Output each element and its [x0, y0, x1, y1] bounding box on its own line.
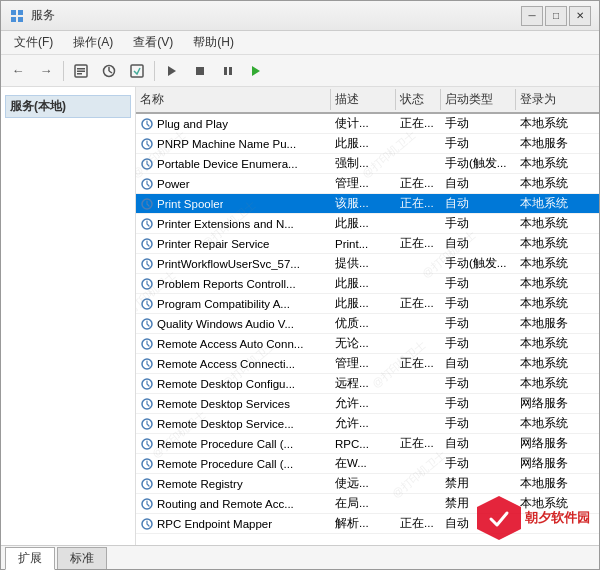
toolbar-restart-button[interactable]	[243, 58, 269, 84]
toolbar-btn-4[interactable]	[124, 58, 150, 84]
service-desc-cell: 管理...	[331, 175, 396, 192]
close-button[interactable]: ✕	[569, 6, 591, 26]
table-row[interactable]: Routing and Remote Acc...在局...禁用本地系统	[136, 494, 599, 514]
svg-rect-13	[196, 67, 204, 75]
service-startup-cell: 手动	[441, 295, 516, 312]
tab-扩展[interactable]: 扩展	[5, 547, 55, 570]
service-status-cell	[396, 483, 441, 485]
service-icon	[140, 417, 154, 431]
table-row[interactable]: Remote Desktop Services允许...手动网络服务	[136, 394, 599, 414]
service-desc-cell: 此服...	[331, 135, 396, 152]
service-name-cell: Power	[136, 176, 331, 192]
table-row[interactable]: Quality Windows Audio V...优质...手动本地服务	[136, 314, 599, 334]
table-row[interactable]: Plug and Play使计...正在...手动本地系统	[136, 114, 599, 134]
table-row[interactable]: Print Spooler该服...正在...自动本地系统	[136, 194, 599, 214]
svg-rect-1	[18, 10, 23, 15]
menu-item-v[interactable]: 查看(V)	[124, 31, 182, 54]
col-header-status[interactable]: 状态	[396, 89, 441, 110]
table-row[interactable]: Remote Procedure Call (...在W...手动网络服务	[136, 454, 599, 474]
service-name-label: RPC Endpoint Mapper	[157, 518, 272, 530]
service-icon	[140, 177, 154, 191]
svg-rect-7	[77, 73, 82, 75]
menu-item-f[interactable]: 文件(F)	[5, 31, 62, 54]
service-startup-cell: 自动	[441, 435, 516, 452]
maximize-button[interactable]: □	[545, 6, 567, 26]
service-desc-cell: 此服...	[331, 295, 396, 312]
toolbar-stop-button[interactable]	[187, 58, 213, 84]
table-row[interactable]: Remote Desktop Configu...远程...手动本地系统	[136, 374, 599, 394]
svg-rect-2	[11, 17, 16, 22]
service-name-label: Remote Access Auto Conn...	[157, 338, 303, 350]
service-status-cell	[396, 503, 441, 505]
table-row[interactable]: Power管理...正在...自动本地系统	[136, 174, 599, 194]
table-row[interactable]: Problem Reports Controll...此服...手动本地系统	[136, 274, 599, 294]
left-panel-title: 服务(本地)	[5, 95, 131, 118]
forward-button[interactable]: →	[33, 58, 59, 84]
service-desc-cell: 在W...	[331, 455, 396, 472]
service-name-cell: PrintWorkflowUserSvc_57...	[136, 256, 331, 272]
service-name-cell: Remote Procedure Call (...	[136, 436, 331, 452]
service-login-cell: 网络服务	[516, 395, 596, 412]
service-name-label: Routing and Remote Acc...	[157, 498, 294, 510]
menu-item-a[interactable]: 操作(A)	[64, 31, 122, 54]
table-row[interactable]: Portable Device Enumera...强制...手动(触发...本…	[136, 154, 599, 174]
menu-item-h[interactable]: 帮助(H)	[184, 31, 243, 54]
table-row[interactable]: PrintWorkflowUserSvc_57...提供...手动(触发...本…	[136, 254, 599, 274]
table-row[interactable]: Printer Extensions and N...此服...手动本地系统	[136, 214, 599, 234]
service-status-cell: 正在...	[396, 355, 441, 372]
service-icon	[140, 517, 154, 531]
service-startup-cell: 自动	[441, 355, 516, 372]
service-name-cell: Remote Access Connecti...	[136, 356, 331, 372]
table-row[interactable]: Printer Repair ServicePrint...正在...自动本地系…	[136, 234, 599, 254]
service-login-cell: 本地系统	[516, 295, 596, 312]
service-startup-cell: 自动	[441, 175, 516, 192]
col-header-name[interactable]: 名称	[136, 89, 331, 110]
toolbar-btn-3[interactable]	[96, 58, 122, 84]
table-row[interactable]: Remote Access Auto Conn...无论...手动本地系统	[136, 334, 599, 354]
table-row[interactable]: RPC Endpoint Mapper解析...正在...自动	[136, 514, 599, 534]
service-desc-cell: 优质...	[331, 315, 396, 332]
service-name-cell: Remote Registry	[136, 476, 331, 492]
service-icon	[140, 197, 154, 211]
col-header-desc[interactable]: 描述	[331, 89, 396, 110]
bottom-tabs: 扩展标准	[1, 545, 599, 569]
svg-rect-3	[18, 17, 23, 22]
table-row[interactable]: Remote Procedure Call (...RPC...正在...自动网…	[136, 434, 599, 454]
service-status-cell: 正在...	[396, 295, 441, 312]
service-name-label: Printer Repair Service	[157, 238, 269, 250]
col-header-login[interactable]: 登录为	[516, 89, 596, 110]
service-status-cell	[396, 263, 441, 265]
table-row[interactable]: Remote Registry使远...禁用本地服务	[136, 474, 599, 494]
table-body[interactable]: Plug and Play使计...正在...手动本地系统PNRP Machin…	[136, 114, 599, 545]
service-login-cell: 本地服务	[516, 475, 596, 492]
col-header-startup[interactable]: 启动类型	[441, 89, 516, 110]
table-header: 名称 描述 状态 启动类型 登录为	[136, 87, 599, 114]
service-name-cell: Remote Desktop Services	[136, 396, 331, 412]
service-login-cell	[516, 523, 596, 525]
minimize-button[interactable]: ─	[521, 6, 543, 26]
service-status-cell	[396, 343, 441, 345]
service-startup-cell: 自动	[441, 195, 516, 212]
service-desc-cell: 此服...	[331, 275, 396, 292]
toolbar-play-button[interactable]	[159, 58, 185, 84]
toolbar-pause-button[interactable]	[215, 58, 241, 84]
back-button[interactable]: ←	[5, 58, 31, 84]
service-status-cell	[396, 283, 441, 285]
service-startup-cell: 手动	[441, 395, 516, 412]
service-name-cell: Remote Desktop Configu...	[136, 376, 331, 392]
table-row[interactable]: Remote Access Connecti...管理...正在...自动本地系…	[136, 354, 599, 374]
service-login-cell: 本地系统	[516, 415, 596, 432]
table-row[interactable]: Remote Desktop Service...允许...手动本地系统	[136, 414, 599, 434]
svg-rect-15	[229, 67, 232, 75]
service-name-label: Print Spooler	[157, 198, 223, 210]
service-desc-cell: 管理...	[331, 355, 396, 372]
table-row[interactable]: Program Compatibility A...此服...正在...手动本地…	[136, 294, 599, 314]
service-desc-cell: 使远...	[331, 475, 396, 492]
table-row[interactable]: PNRP Machine Name Pu...此服...手动本地服务	[136, 134, 599, 154]
service-startup-cell: 禁用	[441, 495, 516, 512]
tab-标准[interactable]: 标准	[57, 547, 107, 569]
toolbar-btn-2[interactable]	[68, 58, 94, 84]
service-login-cell: 本地系统	[516, 195, 596, 212]
service-name-cell: Remote Access Auto Conn...	[136, 336, 331, 352]
service-name-label: PNRP Machine Name Pu...	[157, 138, 296, 150]
